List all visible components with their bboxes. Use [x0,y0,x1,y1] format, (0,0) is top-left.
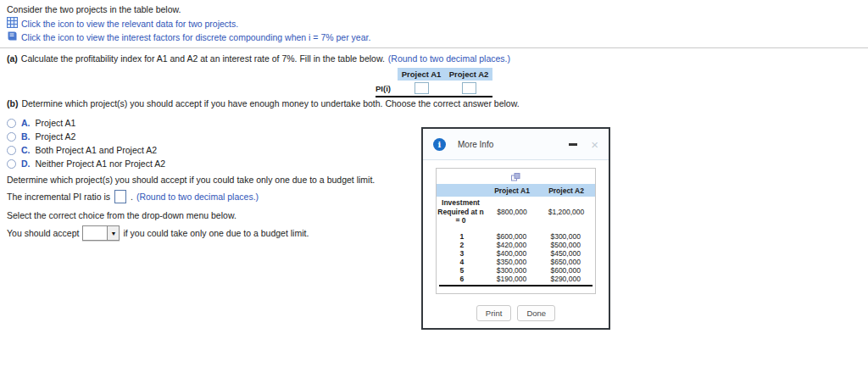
pi-table-header: Project A1 Project A2 [376,68,492,81]
more-info-table: Project A1 Project A2 Investment Require… [436,168,596,294]
minimize-icon[interactable] [569,143,577,146]
pi-table-row: PI(i) [376,81,492,97]
part-b-prompt: (b) Determine which project(s) you shoul… [7,98,520,108]
pi-col-a1-header: Project A1 [398,68,445,81]
table-row: 3 $400,000 $450,000 [439,249,593,258]
incremental-pi-input[interactable] [114,190,126,203]
accept-text: You should accept [7,228,79,238]
part-c-round-note: (Round to two decimal places.) [136,192,259,202]
close-icon[interactable]: × [591,138,598,151]
pi-row-label: PI(i) [376,84,398,93]
option-c[interactable]: C. Both Project A1 and Project A2 [7,143,165,157]
dialog-header: i More Info × [423,129,609,160]
option-a[interactable]: A. Project A1 [7,116,165,130]
book-icon [7,31,18,43]
header-project-a2: Project A2 [539,186,593,195]
chevron-down-icon[interactable]: ▼ [107,226,119,240]
table-row: 6 $190,000 $290,000 [439,275,593,283]
table-row: 1 $600,000 $300,000 [439,232,593,241]
option-a-label: Project A1 [36,118,76,128]
dialog-title: More Info [458,140,493,149]
option-b-letter: B. [21,131,31,142]
part-b-text: Determine which project(s) you should ac… [21,98,519,108]
part-c-prompt: Determine which project(s) you should ac… [7,175,375,185]
option-d-letter: D. [21,158,31,169]
table-row: 4 $350,000 $650,000 [439,258,593,266]
dialog-buttons: Print Done [423,305,609,321]
table-grid-icon [7,17,18,30]
done-button[interactable]: Done [517,305,555,321]
table-row: 2 $420,000 $500,000 [439,241,593,249]
pi-a2-input[interactable] [462,82,476,94]
option-c-label: Both Project A1 and Project A2 [36,145,158,155]
radio-b[interactable] [7,132,16,142]
pi-corner-cell [376,68,398,81]
investment-label: Investment Required at n = 0 [437,198,485,225]
select-prompt: Select the correct choice from the drop-… [7,210,236,220]
part-a-text: Calculate the profitability index for A1… [21,53,385,64]
part-b-label: (b) [7,98,18,108]
option-c-letter: C. [21,145,31,155]
accept-suffix: if you could take only one due to a budg… [123,228,309,238]
table-header-row: Project A1 Project A2 [437,184,595,197]
ratio-text: The incremental PI ratio is [7,192,110,202]
option-d-label: Neither Project A1 nor Project A2 [36,158,166,169]
investment-a1: $800,000 [485,208,539,216]
option-b-label: Project A2 [36,131,76,142]
cashflow-rows: 1 $600,000 $300,000 2 $420,000 $500,000 … [439,232,593,286]
choice-options: A. Project A1 B. Project A2 C. Both Proj… [7,116,165,170]
table-row: 5 $300,000 $600,000 [439,266,593,275]
radio-d[interactable] [7,159,16,169]
header-project-a1: Project A1 [485,186,539,195]
factors-link-label[interactable]: Click the icon to view the interest fact… [21,32,370,42]
data-link-row[interactable]: Click the icon to view the relevant data… [7,17,238,30]
option-a-letter: A. [21,118,31,128]
pi-a1-input[interactable] [415,82,429,94]
factors-link-row[interactable]: Click the icon to view the interest fact… [7,31,370,43]
data-link-label[interactable]: Click the icon to view the relevant data… [21,19,238,29]
problem-intro: Consider the two projects in the table b… [7,4,181,14]
section-divider [0,47,868,48]
investment-a2: $1,200,000 [539,208,593,216]
accept-dropdown-value[interactable] [83,226,107,240]
print-button[interactable]: Print [476,305,512,321]
part-a-round-note: (Round to two decimal places.) [388,53,510,64]
part-a-prompt: (a) Calculate the profitability index fo… [7,53,510,64]
ratio-period: . [131,192,133,202]
radio-a[interactable] [7,119,16,128]
option-d[interactable]: D. Neither Project A1 nor Project A2 [7,157,165,170]
accept-dropdown[interactable]: ▼ [82,225,120,241]
pi-col-a2-header: Project A2 [445,68,492,81]
more-info-dialog: i More Info × Project A1 Project A2 Inve… [421,127,610,330]
info-icon: i [433,138,446,151]
part-a-label: (a) [7,53,18,64]
radio-c[interactable] [7,146,16,155]
incremental-ratio-line: The incremental PI ratio is . (Round to … [7,190,259,203]
investment-row: Investment Required at n = 0 $800,000 $1… [437,198,595,225]
accept-line: You should accept ▼ if you could take on… [7,225,309,241]
option-b[interactable]: B. Project A2 [7,130,165,143]
copy-icon[interactable] [437,173,595,181]
pi-answer-table: Project A1 Project A2 PI(i) [376,68,492,97]
